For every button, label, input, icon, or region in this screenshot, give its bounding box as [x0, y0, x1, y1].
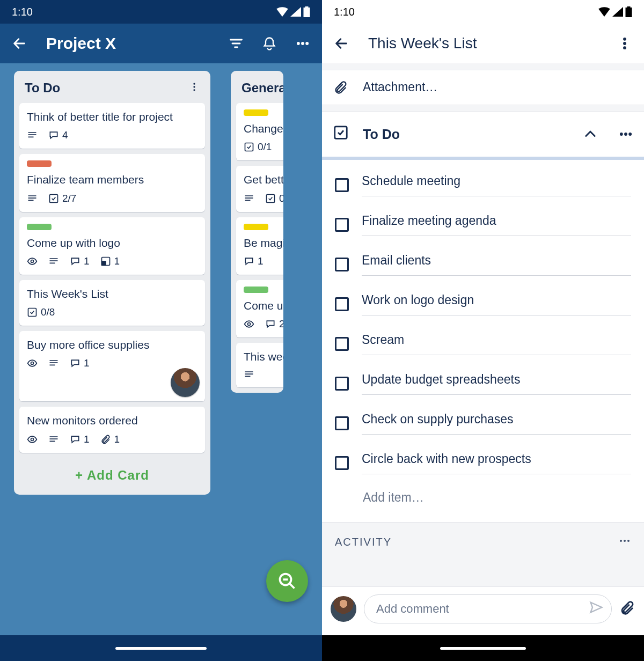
watch-icon [27, 358, 38, 369]
card-badges: 1 [27, 357, 197, 369]
card[interactable]: Get bette 0 [236, 166, 283, 211]
checklist-item[interactable]: Circle back with new prospects [322, 443, 644, 483]
list-title: To Do [25, 80, 60, 96]
card[interactable]: New monitors ordered 1 1 [19, 407, 205, 452]
card[interactable]: Come up 2 [236, 280, 283, 337]
label-red [27, 160, 52, 167]
attachment-section[interactable]: Attachment… [322, 70, 644, 105]
svg-point-24 [620, 540, 622, 542]
label-yellow [244, 224, 268, 230]
checklist-icon [333, 124, 349, 144]
status-time: 1:10 [12, 6, 33, 18]
svg-point-0 [297, 42, 300, 45]
checkbox[interactable] [335, 178, 349, 192]
card-detail-screen: 1:10 This Week's List Attachment… [322, 0, 644, 661]
board-screen: 1:10 Project X To Do [0, 0, 322, 661]
back-button[interactable] [8, 32, 31, 55]
checkbox[interactable] [335, 337, 349, 351]
list-menu-button[interactable] [189, 80, 200, 96]
notifications-button[interactable] [258, 32, 281, 55]
svg-rect-14 [267, 194, 275, 202]
filter-button[interactable] [224, 32, 248, 55]
checkbox[interactable] [335, 377, 349, 391]
more-button[interactable] [613, 32, 636, 55]
back-button[interactable] [330, 32, 353, 55]
android-nav-bar [322, 635, 644, 661]
card[interactable]: Think of better title for project 4 [19, 103, 205, 149]
card-title: Come up [244, 298, 283, 313]
nav-pill[interactable] [440, 647, 526, 650]
svg-point-5 [193, 89, 195, 91]
checklist-items: Schedule meeting Finalize meeting agenda… [322, 160, 644, 522]
member-avatar[interactable] [171, 368, 200, 397]
comment-input[interactable]: Add comment [364, 594, 612, 623]
comments-badge: 4 [48, 129, 68, 141]
checklist-item[interactable]: Check on supply purchases [322, 403, 644, 443]
list-header-general[interactable]: General [236, 76, 278, 103]
checkbox[interactable] [335, 258, 349, 271]
checkbox[interactable] [335, 456, 349, 470]
svg-point-3 [193, 83, 195, 85]
svg-point-7 [31, 260, 34, 262]
svg-point-4 [193, 86, 195, 87]
svg-point-17 [624, 38, 626, 41]
user-avatar[interactable] [331, 596, 356, 622]
list-header-todo[interactable]: To Do [19, 76, 205, 103]
card[interactable]: Finalize team members 2/7 [19, 154, 205, 211]
svg-point-12 [31, 438, 34, 440]
add-card-button[interactable]: + Add Card [19, 458, 205, 495]
description-icon [48, 256, 59, 267]
wifi-icon [276, 7, 288, 17]
card-badges: 0/8 [27, 306, 197, 318]
card-title: This wee [244, 349, 283, 364]
card[interactable]: Be magic 1 [236, 217, 283, 275]
checklist-header[interactable]: To Do [322, 112, 644, 157]
checkbox[interactable] [335, 218, 349, 232]
card[interactable]: This Week's List 0/8 [19, 280, 205, 326]
paperclip-icon [333, 80, 349, 95]
card[interactable]: This wee [236, 343, 283, 387]
more-button[interactable] [291, 32, 314, 55]
page-title: This Week's List [368, 35, 603, 52]
card-badges: 2/7 [27, 193, 197, 204]
status-icons [276, 6, 310, 17]
card[interactable]: Change t 0/1 [236, 103, 283, 160]
checklist-item[interactable]: Finalize meeting agenda [322, 205, 644, 245]
detail-scroll[interactable]: Attachment… To Do Schedule meeting Final… [322, 63, 644, 661]
checklist-item[interactable]: Schedule meeting [322, 165, 644, 205]
comments-badge: 1 [70, 255, 90, 267]
collapse-button[interactable] [583, 122, 598, 146]
checklist-item[interactable]: Scream [322, 324, 644, 364]
activity-body [322, 562, 644, 586]
nav-pill[interactable] [115, 647, 207, 650]
label-green [244, 287, 268, 293]
list-todo: To Do Think of better title for project … [14, 71, 210, 495]
checklist-item[interactable]: Update budget spreadsheets [322, 364, 644, 403]
checkbox[interactable] [335, 416, 349, 430]
card[interactable]: Come up with logo 1 1 [19, 217, 205, 275]
comments-badge: 2 [265, 318, 283, 330]
checklist-item[interactable]: Work on logo design [322, 284, 644, 324]
status-bar: 1:10 [0, 0, 322, 24]
card-title: Finalize team members [27, 172, 197, 187]
description-icon [27, 193, 38, 204]
zoom-fab[interactable] [266, 560, 308, 602]
card-title: Think of better title for project [27, 109, 197, 124]
card-title: This Week's List [27, 287, 197, 301]
checklist-item[interactable]: Email clients [322, 245, 644, 284]
send-button[interactable] [589, 600, 604, 618]
status-time: 1:10 [334, 6, 355, 18]
activity-menu-button[interactable] [618, 534, 631, 550]
add-checklist-item[interactable]: Add item… [322, 483, 644, 512]
description-icon [48, 434, 59, 445]
attach-button[interactable] [619, 600, 635, 618]
comments-badge: 1 [244, 255, 264, 267]
checklist-badge: 0/1 [244, 141, 272, 153]
card[interactable]: Buy more office supplies 1 [19, 331, 205, 401]
checklist-badge: 0 [265, 193, 283, 204]
checklist-menu-button[interactable] [618, 122, 633, 146]
card-title: Buy more office supplies [27, 337, 197, 352]
comments-badge: 1 [70, 357, 90, 369]
card-badges: 4 [27, 129, 197, 141]
checkbox[interactable] [335, 297, 349, 311]
